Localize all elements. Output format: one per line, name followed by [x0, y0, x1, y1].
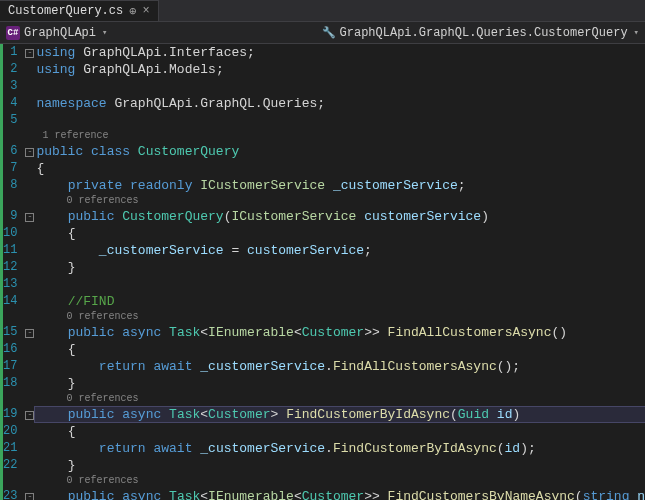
code-line: public async Task<IEnumerable<Customer>>… [34, 324, 645, 341]
csharp-icon: C# [6, 26, 20, 40]
chevron-down-icon: ▾ [634, 27, 639, 38]
line-number-gutter: 1 2 3 4 5 6 7 8 9 10 11 12 13 14 15 16 1… [0, 44, 25, 500]
tab-title: CustomerQuery.cs [8, 4, 123, 18]
code-line: { [34, 160, 645, 177]
project-name: GraphQLApi [24, 26, 96, 40]
code-line: return await _customerService.FindCustom… [34, 440, 645, 457]
close-icon[interactable]: × [142, 4, 149, 18]
code-area[interactable]: using GraphQLApi.Interfaces; using Graph… [34, 44, 645, 500]
code-line [34, 276, 645, 293]
code-line: } [34, 259, 645, 276]
codelens[interactable]: 0 references [34, 474, 645, 488]
project-dropdown[interactable]: C# GraphQLApi ▾ [6, 26, 107, 40]
code-line-current: public async Task<Customer> FindCustomer… [34, 406, 645, 423]
tab-bar: CustomerQuery.cs ⊕ × [0, 0, 645, 22]
fold-gutter: - - - - - - [25, 44, 34, 500]
code-editor[interactable]: 1 2 3 4 5 6 7 8 9 10 11 12 13 14 15 16 1… [0, 44, 645, 500]
code-line: { [34, 423, 645, 440]
fold-icon[interactable]: - [25, 329, 34, 338]
file-tab[interactable]: CustomerQuery.cs ⊕ × [0, 0, 159, 21]
code-line: } [34, 457, 645, 474]
code-line [34, 112, 645, 129]
navigation-bar: C# GraphQLApi ▾ 🔧 GraphQLApi.GraphQL.Que… [0, 22, 645, 44]
fold-icon[interactable]: - [25, 493, 34, 500]
wrench-icon: 🔧 [322, 26, 336, 39]
fold-icon[interactable]: - [25, 411, 34, 420]
fold-icon[interactable]: - [25, 213, 34, 222]
code-line: //FIND [34, 293, 645, 310]
fold-icon[interactable]: - [25, 148, 34, 157]
code-line: return await _customerService.FindAllCus… [34, 358, 645, 375]
class-dropdown[interactable]: 🔧 GraphQLApi.GraphQL.Queries.CustomerQue… [322, 26, 639, 40]
code-line: namespace GraphQLApi.GraphQL.Queries; [34, 95, 645, 112]
code-line: { [34, 225, 645, 242]
code-line [34, 78, 645, 95]
pin-icon[interactable]: ⊕ [129, 4, 136, 19]
code-line: _customerService = customerService; [34, 242, 645, 259]
chevron-down-icon: ▾ [102, 27, 107, 38]
breadcrumb: GraphQLApi.GraphQL.Queries.CustomerQuery [340, 26, 628, 40]
code-line: private readonly ICustomerService _custo… [34, 177, 645, 194]
code-line: public async Task<IEnumerable<Customer>>… [34, 488, 645, 500]
code-line: using GraphQLApi.Models; [34, 61, 645, 78]
codelens[interactable]: 0 references [34, 310, 645, 324]
codelens[interactable]: 0 references [34, 194, 645, 208]
code-line: public class CustomerQuery [34, 143, 645, 160]
codelens[interactable]: 0 references [34, 392, 645, 406]
codelens[interactable]: 1 reference [34, 129, 645, 143]
code-line: } [34, 375, 645, 392]
code-line: public CustomerQuery(ICustomerService cu… [34, 208, 645, 225]
code-line: { [34, 341, 645, 358]
code-line: using GraphQLApi.Interfaces; [34, 44, 645, 61]
fold-icon[interactable]: - [25, 49, 34, 58]
